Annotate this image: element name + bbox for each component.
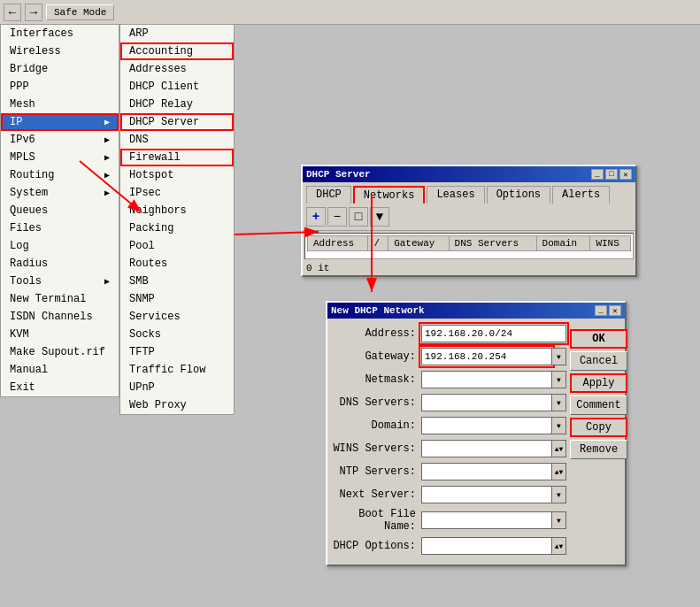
col-slash: / [368,236,388,251]
submenu-smb[interactable]: SMB [120,273,234,290]
sidebar-item-exit[interactable]: Exit [1,379,119,396]
boot-file-row: Boot File Name: ▼ [333,508,566,533]
maximize-button[interactable]: □ [605,169,618,180]
edit-button[interactable]: □ [349,207,368,227]
next-server-input[interactable] [421,486,552,503]
sidebar-item-radius[interactable]: Radius [1,255,119,273]
dhcp-options-input[interactable] [421,537,552,555]
submenu-tftp[interactable]: TFTP [120,343,234,361]
arrow-icon: ▶ [104,188,110,198]
sidebar-item-ipv6[interactable]: IPv6▶ [1,131,119,149]
sidebar-item-kvm[interactable]: KVM [1,326,119,343]
submenu-services[interactable]: Services [120,308,234,326]
remove-button[interactable]: Remove [570,440,627,459]
submenu-neighbors[interactable]: Neighbors [120,202,234,219]
col-dns: DNS Servers [449,236,536,251]
sidebar-item-mesh[interactable]: Mesh [1,96,119,113]
submenu-dhcp-server[interactable]: DHCP Server [120,113,234,131]
wins-input[interactable] [421,440,552,457]
col-address: Address [308,236,368,251]
wins-field: ▲▼ [421,440,566,457]
boot-file-dropdown-btn[interactable]: ▼ [552,511,566,529]
submenu-socks[interactable]: Socks [120,326,234,343]
gateway-input[interactable] [421,348,552,365]
ok-button[interactable]: OK [570,329,627,349]
submenu-web-proxy[interactable]: Web Proxy [120,396,234,414]
submenu-arp[interactable]: ARP [120,25,234,42]
table-status: 0 it [303,261,635,275]
submenu-hotspot[interactable]: Hotspot [120,166,234,184]
boot-file-input[interactable] [421,511,552,529]
submenu-upnp[interactable]: UPnP [120,379,234,396]
col-gateway: Gateway [388,236,449,251]
sidebar-item-manual[interactable]: Manual [1,361,119,379]
submenu-accounting[interactable]: Accounting [120,42,234,60]
submenu-firewall[interactable]: Firewall [120,149,234,166]
sidebar-item-new-terminal[interactable]: New Terminal [1,290,119,308]
netmask-dropdown-btn[interactable]: ▼ [552,371,566,388]
sidebar-item-interfaces[interactable]: Interfaces [1,25,119,42]
dialog-close-button[interactable]: ✕ [609,305,621,316]
next-server-label: Next Server: [333,488,421,501]
ntp-dropdown-btn[interactable]: ▲▼ [552,463,566,480]
submenu-packing[interactable]: Packing [120,219,234,237]
tab-networks[interactable]: Networks [353,186,426,204]
copy-button[interactable]: Copy [570,418,627,437]
forward-button[interactable]: → [25,4,42,21]
remove-toolbar-button[interactable]: − [327,207,347,227]
boot-file-label: Boot File Name: [333,508,421,533]
submenu-addresses[interactable]: Addresses [120,60,234,78]
submenu-routes[interactable]: Routes [120,255,234,273]
dhcp-options-row: DHCP Options: ▲▼ [333,536,566,556]
apply-button[interactable]: Apply [570,373,627,393]
sidebar-item-ppp[interactable]: PPP [1,78,119,96]
dns-input[interactable] [421,394,552,411]
filter-button[interactable]: ▼ [370,207,389,227]
submenu-dns[interactable]: DNS [120,131,234,149]
dhcp-server-window: DHCP Server _ □ ✕ DHCP Networks Leases O… [301,165,637,277]
sidebar-item-files[interactable]: Files [1,219,119,237]
arrow-icon: ▶ [104,117,110,127]
submenu-pool[interactable]: Pool [120,237,234,255]
ntp-input[interactable] [421,463,552,480]
sidebar-item-queues[interactable]: Queues [1,202,119,219]
main-area: Interfaces Wireless Bridge PPP Mesh IP▶ … [0,25,700,607]
tab-dhcp[interactable]: DHCP [306,186,351,204]
dialog-minimize-button[interactable]: _ [595,305,607,316]
sidebar-item-log[interactable]: Log [1,237,119,255]
comment-button[interactable]: Comment [570,396,627,415]
netmask-input[interactable] [421,371,552,388]
domain-input[interactable] [421,417,552,434]
back-button[interactable]: ← [4,4,21,21]
cancel-button[interactable]: Cancel [570,351,627,371]
col-domain: Domain [536,236,590,251]
next-server-dropdown-btn[interactable]: ▼ [552,486,566,503]
gateway-dropdown-btn[interactable]: ▼ [552,348,566,365]
sidebar-item-make-supout[interactable]: Make Supout.rif [1,343,119,361]
submenu-snmp[interactable]: SNMP [120,290,234,308]
sidebar-item-tools[interactable]: Tools▶ [1,273,119,290]
tab-alerts[interactable]: Alerts [552,186,610,204]
sidebar-item-isdn[interactable]: ISDN Channels [1,308,119,326]
address-input[interactable] [421,325,566,342]
sidebar-item-system[interactable]: System▶ [1,184,119,202]
tab-options[interactable]: Options [487,186,550,204]
close-button[interactable]: ✕ [619,169,632,180]
submenu-traffic-flow[interactable]: Traffic Flow [120,361,234,379]
submenu-dhcp-relay[interactable]: DHCP Relay [120,96,234,113]
dns-dropdown-btn[interactable]: ▼ [552,394,566,411]
submenu-dhcp-client[interactable]: DHCP Client [120,78,234,96]
dhcp-options-dropdown-btn[interactable]: ▲▼ [552,537,566,555]
add-button[interactable]: + [306,207,326,227]
safe-mode-button[interactable]: Safe Mode [46,4,114,20]
sidebar-item-wireless[interactable]: Wireless [1,42,119,60]
submenu-ipsec[interactable]: IPsec [120,184,234,202]
domain-dropdown-btn[interactable]: ▼ [552,417,566,434]
sidebar-item-ip[interactable]: IP▶ [1,113,119,131]
tab-leases[interactable]: Leases [427,186,484,204]
sidebar-item-bridge[interactable]: Bridge [1,60,119,78]
sidebar-item-mpls[interactable]: MPLS▶ [1,149,119,166]
sidebar-item-routing[interactable]: Routing▶ [1,166,119,184]
minimize-button[interactable]: _ [591,169,604,180]
wins-dropdown-btn[interactable]: ▲▼ [552,440,566,457]
